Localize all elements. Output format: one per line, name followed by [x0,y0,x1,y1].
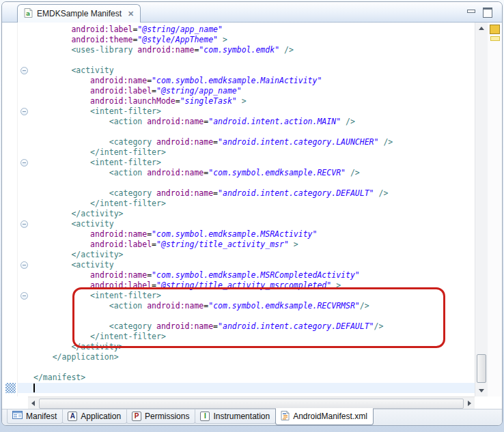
tab-title: EMDKSample Manifest [37,9,122,18]
editor-window: a EMDKSample Manifest ✕ android [1,1,503,426]
vertical-scrollbar[interactable] [475,23,488,397]
range-indicator [5,383,16,393]
editor-area: android:label="@string/app_name" android… [3,23,501,397]
tab-emdksample-manifest[interactable]: a EMDKSample Manifest ✕ [17,4,141,23]
page-tab-application[interactable]: AApplication [62,409,127,424]
code-line: <uses-library android:name="com.symbol.e… [33,45,474,55]
overview-marker-small-icon[interactable] [490,36,500,41]
code-line: </activity> [33,209,474,219]
scroll-left-icon[interactable] [31,401,35,406]
close-icon[interactable]: ✕ [128,10,134,18]
code-line [33,383,474,393]
code-line: </intent-filter> [33,147,474,158]
page-tab-androidmanifest-xml[interactable]: AndroidManifest.xml [275,408,374,425]
code-line: android:launchMode="singleTask" > [33,96,474,106]
collapse-minus-icon[interactable] [20,261,28,269]
maximize-icon[interactable] [483,8,492,18]
collapse-minus-icon[interactable] [20,292,28,300]
page-tab-permissions[interactable]: PPermissions [126,409,195,424]
code-line [33,127,474,137]
manifest-page-tab-bar: ManifestAApplicationPPermissionsIInstrum… [2,409,502,425]
page-tab-label: Permissions [145,412,189,421]
page-tab-manifest[interactable]: Manifest [7,409,63,424]
code-line: </activity> [33,250,474,260]
code-line: <intent-filter> [33,158,474,168]
page-tab-label: AndroidManifest.xml [293,412,367,421]
code-line: android:name="com.symbol.emdksample.MSRA… [33,229,474,240]
horizontal-scroll-thumb[interactable] [39,399,464,409]
xml-source-icon [281,411,290,422]
scroll-up-icon[interactable] [479,27,484,30]
page-tab-label: Manifest [26,412,57,421]
code-line [33,55,474,66]
minimize-icon[interactable] [466,8,475,15]
annotation-highlight-box [72,287,445,348]
overview-marker-icon[interactable] [490,25,500,34]
code-line: android:name="com.symbol.emdksample.Main… [33,76,474,86]
code-line [33,178,474,188]
page-tab-label: Instrumentation [213,412,270,421]
scroll-down-icon[interactable] [479,389,484,392]
annotation-ruler[interactable] [3,23,17,397]
collapse-minus-icon[interactable] [20,159,28,167]
code-line: android:label="@string/app_name" [33,25,474,35]
code-line: <activity [33,260,474,270]
manifest-file-icon: a [24,8,33,20]
code-line [33,362,474,373]
collapse-minus-icon[interactable] [20,108,28,115]
code-line: android:name="com.symbol.emdksample.MSRC… [33,270,474,280]
overview-ruler[interactable] [488,23,501,397]
collapse-minus-icon[interactable] [20,67,28,74]
code-area[interactable]: android:label="@string/app_name" android… [31,23,474,397]
code-line: </intent-filter> [33,199,474,209]
code-line: android:theme="@style/AppTheme" > [33,35,474,45]
permissions-letter-icon: P [132,412,141,421]
page-tab-instrumentation[interactable]: IInstrumentation [195,409,276,424]
form-icon [12,411,23,421]
collapse-minus-icon[interactable] [20,220,28,228]
horizontal-scrollbar[interactable] [28,397,475,409]
code-line: android:label="@string/title_activity_ms… [33,240,474,250]
code-line: </application> [33,352,474,362]
scroll-right-icon[interactable] [468,401,471,406]
code-line: <activity [33,219,474,229]
code-line: <activity [33,66,474,76]
text-caret [33,384,35,392]
code-line: <action android:name="com.symbol.emdksam… [33,168,474,178]
vertical-scroll-thumb[interactable] [477,354,486,383]
code-line: <action android:name="android.intent.act… [33,117,474,127]
editor-tab-bar: a EMDKSample Manifest ✕ [2,2,502,23]
page-tab-label: Application [81,412,121,421]
svg-text:a: a [26,10,30,17]
code-line: <intent-filter> [33,106,474,117]
application-letter-icon: A [68,412,77,421]
instrumentation-letter-icon: I [200,412,210,421]
eclipse-editor-stage: a EMDKSample Manifest ✕ android [0,0,504,432]
code-line: <category android:name="android.intent.c… [33,188,474,199]
code-line: android:label="@string/app_name" [33,86,474,96]
code-line: </manifest> [33,373,474,383]
code-line: <category android:name="android.intent.c… [33,137,474,147]
folding-ruler[interactable] [17,23,32,397]
